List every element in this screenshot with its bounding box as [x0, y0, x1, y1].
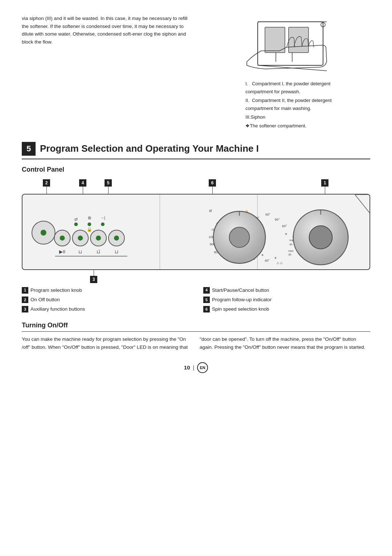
svg-point-16 — [87, 222, 91, 226]
svg-text:40°: 40° — [265, 258, 270, 262]
panel-top-labels: 2 4 5 6 1 — [25, 179, 370, 194]
legend-item-3: 3 Auxiliary function buttons — [22, 306, 189, 313]
svg-text:☀: ☀ — [261, 253, 264, 257]
svg-point-24 — [96, 236, 101, 241]
legend-text-2: On Off button — [30, 296, 60, 303]
svg-point-26 — [114, 236, 119, 241]
svg-point-17 — [101, 222, 105, 226]
svg-point-22 — [78, 236, 83, 241]
turning-section: Turning On/Off You can make the machine … — [22, 322, 370, 351]
compartment-item-3: III.Siphon — [245, 113, 332, 121]
legend-item-1: 1 Program selection knob — [22, 287, 189, 294]
svg-text:90°: 90° — [275, 218, 280, 221]
label-1-container: 1 — [321, 179, 328, 194]
turning-right-text: "door can be opened". To turn off the ma… — [200, 335, 370, 351]
legend-item-2: 2 On Off button — [22, 296, 189, 303]
control-panel-diagram: ⇄ ⊞ →| 🔒 ▶II ⊔ ⊔̈ ⊔ Ø 🔔 60° 90° 60° — [22, 194, 370, 270]
num-label-5: 5 — [105, 179, 112, 187]
legend-text-6: Spin speed selection knob — [212, 306, 269, 313]
legend-text-3: Auxiliary function buttons — [30, 306, 85, 313]
page-lang: EN — [197, 362, 208, 373]
svg-line-75 — [355, 195, 369, 213]
svg-text:→|: →| — [100, 216, 105, 220]
legend-num-1: 1 — [22, 287, 28, 294]
svg-text:60°: 60° — [265, 213, 270, 216]
svg-text:30: 30 — [288, 253, 291, 256]
svg-text:40: 40 — [289, 242, 293, 246]
section-number: 5 — [22, 142, 36, 156]
panel-bottom-labels: 3 — [25, 270, 370, 283]
svg-text:mini: mini — [288, 249, 294, 252]
svg-text:▶II: ▶II — [59, 249, 65, 254]
line-5 — [108, 187, 109, 194]
svg-text:☀: ☀ — [274, 256, 277, 259]
intro-paragraph: via siphon (III) and it will be wasted. … — [22, 15, 189, 46]
turning-header: Turning On/Off — [22, 322, 370, 332]
turning-left-text: You can make the machine ready for progr… — [22, 335, 192, 351]
svg-text:🔒: 🔒 — [87, 226, 92, 232]
turning-text: You can make the machine ready for progr… — [22, 335, 370, 351]
line-1 — [325, 187, 325, 194]
svg-text:⊔: ⊔ — [78, 249, 82, 254]
compartment-list: I. Compartment I, the powder detergentco… — [242, 80, 332, 131]
num-label-4: 4 — [79, 179, 86, 187]
page-separator: | — [193, 365, 195, 371]
compartment-item-1: I. Compartment I, the powder detergentco… — [245, 80, 332, 96]
compartment-item-2: II. Compartment II, the powder detergent… — [245, 97, 332, 113]
legend-num-5: 5 — [203, 297, 210, 303]
legend-text-1: Program selection knob — [30, 287, 82, 294]
label-2-container: 2 — [43, 179, 50, 194]
num-label-2: 2 — [43, 179, 50, 187]
section-title: Program Selection and Operating Your Mac… — [40, 143, 259, 154]
line-2 — [46, 187, 47, 194]
label-5-container: 5 — [105, 179, 112, 194]
line-4 — [83, 187, 83, 194]
appliance-diagram — [236, 15, 338, 80]
svg-text:Ø: Ø — [209, 209, 212, 213]
svg-rect-1 — [265, 27, 285, 53]
svg-point-15 — [74, 222, 78, 226]
svg-line-7 — [258, 65, 327, 71]
label-4-container: 4 — [79, 179, 86, 194]
legend-item-6: 6 Spin speed selection knob — [203, 306, 370, 313]
svg-text:☺☺: ☺☺ — [276, 261, 283, 265]
svg-point-11 — [41, 230, 46, 236]
page-number: 10 — [184, 364, 190, 371]
svg-text:⇄: ⇄ — [74, 217, 78, 221]
line-3-bottom — [94, 270, 94, 276]
svg-rect-2 — [289, 27, 309, 53]
svg-point-73 — [309, 226, 332, 249]
legend-grid: 1 Program selection knob 4 Start/Pause/C… — [22, 287, 370, 313]
line-6 — [212, 187, 213, 194]
page-footer: 10 | EN — [22, 362, 370, 373]
num-label-1: 1 — [321, 179, 328, 187]
svg-text:⊔̈: ⊔̈ — [97, 249, 100, 254]
num-label-6: 6 — [209, 179, 216, 187]
legend-text-5: Program follow-up indicator — [212, 296, 271, 303]
intro-text-left: via siphon (III) and it will be wasted. … — [22, 15, 189, 131]
num-label-3: 3 — [90, 276, 97, 283]
label-6-container: 6 — [209, 179, 216, 194]
svg-point-20 — [60, 236, 65, 241]
legend-text-4: Start/Pause/Cancel button — [212, 287, 269, 294]
control-panel-title: Control Panel — [22, 166, 370, 173]
legend-item-4: 4 Start/Pause/Cancel button — [203, 287, 370, 294]
label-3-container: 3 — [90, 270, 97, 283]
section-header: 5 Program Selection and Operating Your M… — [22, 142, 370, 159]
svg-text:☀: ☀ — [285, 232, 287, 236]
svg-point-57 — [229, 227, 250, 248]
legend-item-5: 5 Program follow-up indicator — [203, 296, 370, 303]
panel-svg: ⇄ ⊞ →| 🔒 ▶II ⊔ ⊔̈ ⊔ Ø 🔔 60° 90° 60° — [23, 195, 369, 270]
intro-right: I. Compartment I, the powder detergentco… — [203, 15, 370, 131]
top-section: via siphon (III) and it will be wasted. … — [22, 15, 370, 131]
svg-text:60°: 60° — [282, 224, 287, 228]
svg-text:⊔: ⊔ — [115, 249, 118, 254]
legend-num-4: 4 — [203, 287, 210, 294]
legend-num-6: 6 — [203, 306, 210, 312]
svg-text:⊞: ⊞ — [88, 216, 91, 220]
legend-num-2: 2 — [22, 297, 28, 303]
legend-num-3: 3 — [22, 306, 28, 312]
compartment-item-4: ❖The softener compartment. — [245, 122, 332, 130]
